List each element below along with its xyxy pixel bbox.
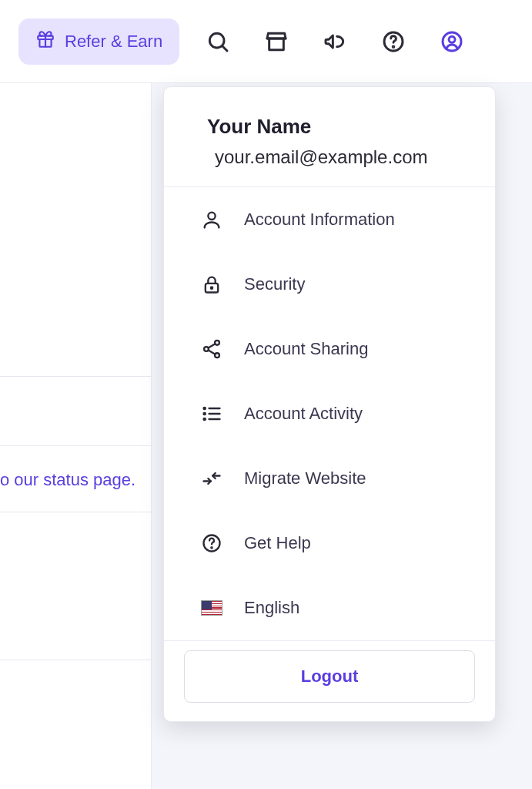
menu-item-language[interactable]: English [164,576,495,640]
logout-button[interactable]: Logout [184,650,475,703]
search-icon[interactable] [206,29,230,54]
logout-label: Logout [301,666,359,686]
account-dropdown: Your Name your.email@example.com Account… [163,86,496,722]
menu-item-account-information[interactable]: Account Information [164,187,495,252]
share-icon [201,338,223,360]
refer-label: Refer & Earn [65,32,162,52]
lock-icon [201,274,223,295]
svg-point-5 [449,36,455,42]
top-header: Refer & Earn [0,0,532,83]
menu-item-label: Account Sharing [244,339,368,359]
svg-point-3 [393,45,394,47]
menu-item-label: Account Activity [244,404,363,424]
menu-item-account-activity[interactable]: Account Activity [164,381,495,446]
menu-item-get-help[interactable]: Get Help [164,511,495,576]
svg-point-6 [208,213,215,220]
svg-point-14 [204,418,206,420]
svg-point-16 [211,547,212,548]
megaphone-icon[interactable] [323,29,347,54]
dropdown-footer: Logout [164,640,495,703]
menu-item-account-sharing[interactable]: Account Sharing [164,317,495,381]
menu-item-label: Account Information [244,210,395,230]
background-panel: o our status page. [0,83,152,789]
menu-item-migrate-website[interactable]: Migrate Website [164,446,495,511]
menu-item-label: English [244,598,299,618]
store-icon[interactable] [264,29,289,54]
svg-point-1 [210,33,225,48]
dropdown-header: Your Name your.email@example.com [164,87,495,187]
profile-icon[interactable] [440,29,464,54]
svg-point-13 [204,413,206,415]
menu-item-label: Security [244,274,305,294]
help-circle-icon [201,532,223,554]
svg-point-8 [211,287,212,289]
help-icon[interactable] [381,29,406,54]
header-icons [206,29,464,54]
user-name: Your Name [207,115,464,139]
person-icon [201,209,223,230]
svg-point-12 [204,408,206,409]
status-page-link-fragment[interactable]: o our status page. [0,470,152,490]
refer-and-earn-button[interactable]: Refer & Earn [18,18,179,65]
menu-item-label: Get Help [244,533,311,553]
migrate-icon [201,468,223,489]
menu-item-security[interactable]: Security [164,252,495,317]
gift-icon [35,29,55,54]
user-email: your.email@example.com [207,146,464,168]
us-flag-icon [201,597,223,619]
list-icon [201,403,223,425]
menu-item-label: Migrate Website [244,468,366,489]
